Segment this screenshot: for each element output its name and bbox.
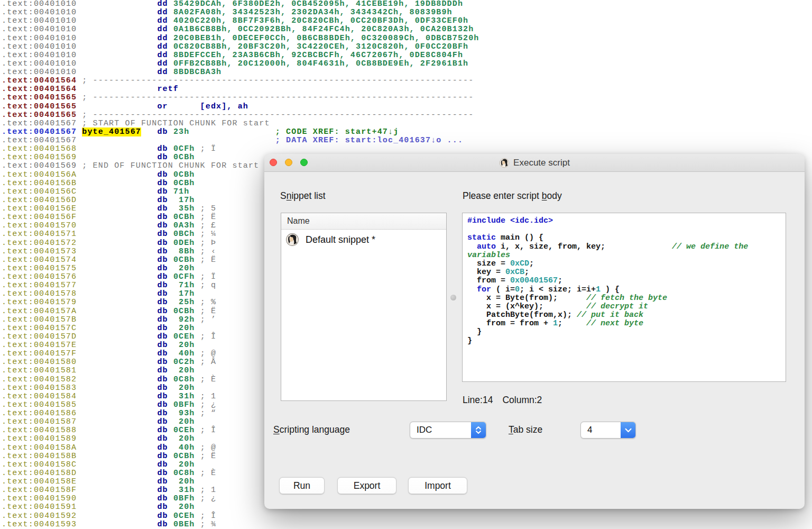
- asm-line[interactable]: .text:00401565 or [edx], ah: [2, 103, 479, 111]
- dialog-titlebar[interactable]: Execute script: [264, 154, 805, 172]
- code-line[interactable]: auto i, x, size, from, key; // we define…: [467, 243, 782, 251]
- asm-line[interactable]: .text:00401565 ; -----------------------…: [2, 111, 479, 120]
- label-mnemonic: T: [509, 424, 513, 435]
- scripting-language-select[interactable]: IDC: [410, 422, 486, 439]
- code-line[interactable]: x = (x^key); // decrypt it: [467, 303, 782, 311]
- code-line[interactable]: from = from + 1; // next byte: [467, 320, 782, 328]
- snippet-name: Default snippet *: [306, 234, 375, 245]
- ida-app-icon: [499, 158, 510, 168]
- dialog-title: Execute script: [513, 158, 570, 168]
- splitter-handle[interactable]: [450, 295, 456, 300]
- execute-script-dialog: Execute script Snippet list Name Default…: [264, 154, 805, 509]
- snippet-row[interactable]: Default snippet *: [281, 230, 446, 247]
- snippet-list-header-name[interactable]: Name: [281, 213, 446, 230]
- asm-line[interactable]: .text:00401010 dd 0FFB2CB8Bh, 20C12000h,…: [2, 60, 479, 68]
- asm-line[interactable]: .text:00401593 db 0BEh ; ¾: [2, 521, 479, 529]
- code-line[interactable]: x = Byte(from); // fetch the byte: [467, 294, 782, 303]
- snippet-icon: [285, 233, 299, 247]
- script-body-label: Please enter script body: [463, 190, 562, 202]
- down-chevron-icon: [621, 422, 635, 438]
- asm-line[interactable]: .text:00401567 ; DATA XREF: start:loc_40…: [2, 136, 479, 145]
- title-area: Execute script: [264, 154, 805, 171]
- snippet-list-label: Snippet list: [280, 190, 326, 202]
- scripting-language-label: Scripting language: [273, 424, 350, 435]
- code-line[interactable]: static main () {: [467, 234, 782, 242]
- tab-size-select[interactable]: 4: [580, 422, 636, 439]
- tab-size-label: Tab size: [509, 424, 542, 435]
- import-button[interactable]: Import: [408, 477, 467, 494]
- screen: .text:00401010 dd 35429DCAh, 6F380DE2h, …: [0, 0, 812, 529]
- asm-line[interactable]: .text:00401010 dd 4020C220h, 8BF7F3F6h, …: [2, 17, 479, 25]
- label-text: ippet list: [291, 190, 325, 201]
- asm-line[interactable]: .text:00401010 dd 0C820CB8Bh, 20BF3C20h,…: [2, 43, 479, 51]
- code-line[interactable]: from = 0x00401567;: [467, 277, 782, 285]
- asm-line[interactable]: .text:00401010 dd 8BDEFCCEh, 23A3B6CBh, …: [2, 51, 479, 60]
- code-line[interactable]: key = 0xCB;: [467, 268, 782, 277]
- label-mnemonic: n: [287, 190, 292, 201]
- asm-line[interactable]: .text:00401567 ; START OF FUNCTION CHUNK…: [2, 120, 479, 128]
- label-text: Please enter script: [463, 190, 542, 201]
- code-line[interactable]: [467, 225, 782, 234]
- code-line[interactable]: for ( i=0; i < size; i=i+1 ) {: [467, 286, 782, 294]
- code-line[interactable]: variables: [467, 251, 782, 260]
- code-line[interactable]: size = 0xCD;: [467, 260, 782, 268]
- label-text: S: [280, 190, 287, 201]
- export-button[interactable]: Export: [337, 477, 396, 494]
- asm-line[interactable]: .text:00401010 dd 35429DCAh, 6F380DE2h, …: [2, 0, 479, 8]
- line-indicator: Line:14: [463, 395, 493, 405]
- asm-line[interactable]: .text:00401592 db 0CEh ; Î: [2, 512, 479, 521]
- asm-line[interactable]: .text:00401564 ; -----------------------…: [2, 77, 479, 85]
- asm-line[interactable]: .text:00401565 ; -----------------------…: [2, 94, 479, 102]
- asm-line[interactable]: .text:00401010 dd 8BDBCBA3h: [2, 68, 479, 77]
- asm-line[interactable]: .text:00401010 dd 0A1B6CB8Bh, 0CC2092BBh…: [2, 25, 479, 34]
- label-mnemonic: S: [273, 424, 280, 435]
- tab-size-value: 4: [581, 425, 621, 435]
- label-text: ody: [547, 190, 562, 201]
- code-line[interactable]: #include <idc.idc>: [467, 217, 782, 225]
- label-text: cripting language: [280, 424, 350, 435]
- asm-line[interactable]: .text:00401567 byte_401567 db 23h ; CODE…: [2, 128, 479, 136]
- scripting-language-value: IDC: [410, 425, 471, 435]
- asm-line[interactable]: .text:00401010 dd 8A02FA08h, 34342523h, …: [2, 8, 479, 17]
- code-line[interactable]: }: [467, 337, 782, 345]
- column-indicator: Column:2: [502, 395, 542, 405]
- label-mnemonic: b: [542, 190, 547, 201]
- label-text: ab size: [513, 424, 542, 435]
- updown-chevron-icon: [471, 422, 486, 438]
- asm-line[interactable]: .text:00401568 db 0CFh ; Ï: [2, 145, 479, 153]
- cursor-status: Line:14Column:2: [463, 395, 551, 406]
- code-line[interactable]: PatchByte(from,x); // put it back: [467, 311, 782, 320]
- snippet-list: Name Default snippet *: [281, 213, 447, 401]
- asm-line[interactable]: .text:00401564 retf: [2, 85, 479, 94]
- asm-line[interactable]: .text:00401010 dd 20C0BEB1h, 0DECEF0CCh,…: [2, 34, 479, 43]
- run-button[interactable]: Run: [279, 477, 325, 494]
- script-editor[interactable]: #include <idc.idc> static main () { auto…: [462, 213, 786, 382]
- code-line[interactable]: }: [467, 328, 782, 336]
